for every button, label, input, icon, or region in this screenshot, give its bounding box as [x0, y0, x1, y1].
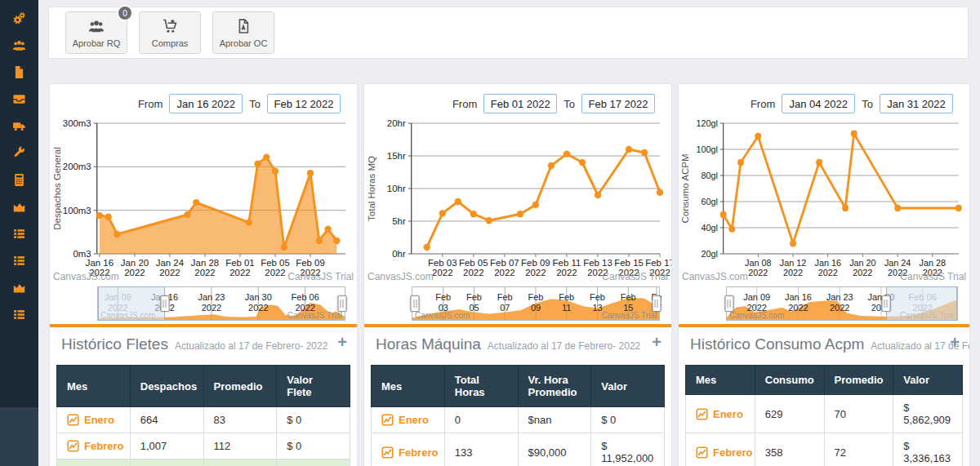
navigator-handle[interactable] [160, 295, 169, 312]
navigator-chart [412, 287, 659, 320]
month-link[interactable]: Enero [381, 414, 434, 426]
sidebar-item-users[interactable] [0, 32, 38, 59]
sidebar-item-chart-area-2[interactable] [0, 274, 38, 301]
navigator-handle[interactable] [652, 295, 661, 312]
navigator-mask [98, 286, 165, 321]
navigator-mask [886, 286, 957, 321]
svg-text:Jan 242022: Jan 242022 [156, 258, 185, 277]
date-range-controls: From To [679, 84, 969, 113]
updated-label: Actualizado al 17 de Febrero- 2022 [175, 340, 327, 352]
line-chart: 0m3100m3200m3300m3Jan 162022Jan 202022Ja… [50, 115, 357, 285]
svg-text:Jan 282022: Jan 282022 [920, 258, 946, 277]
users-icon [12, 38, 26, 52]
from-date-input[interactable] [483, 94, 557, 113]
sidebar-item-list-3[interactable] [0, 301, 38, 328]
expand-icon[interactable]: + [950, 334, 960, 350]
month-cell: Enero [686, 395, 755, 433]
column-header: Mes [57, 366, 131, 407]
sidebar-item-tools[interactable] [0, 140, 38, 166]
value-cell: 1,007 [130, 433, 203, 459]
sidebar-item-file[interactable] [0, 59, 38, 86]
expand-icon[interactable]: + [652, 334, 662, 350]
svg-text:15hr: 15hr [387, 151, 406, 161]
month-link[interactable]: Febrero [696, 446, 745, 459]
svg-text:80gl: 80gl [702, 171, 718, 180]
svg-text:120gl: 120gl [697, 118, 718, 128]
to-label: To [564, 98, 575, 110]
header-row: MesDespachosPromedioValor Flete [57, 366, 350, 407]
svg-text:Jan 082022: Jan 082022 [745, 258, 771, 277]
chart-line-icon [67, 414, 79, 426]
navigator-handle[interactable] [724, 295, 733, 312]
sidebar-item-cogs[interactable] [0, 5, 38, 32]
sidebar-item-truck[interactable] [0, 113, 38, 140]
panel-title: Horas Máquina [376, 335, 481, 353]
svg-text:Feb 092022: Feb 092022 [296, 258, 325, 277]
month-link[interactable]: Enero [67, 414, 120, 426]
header-row: MesTotal HorasVr. Hora PromedioValor [372, 366, 665, 407]
chart-line-icon [381, 446, 394, 459]
sidebar-item-list[interactable] [0, 220, 38, 247]
to-label: To [249, 98, 261, 110]
value-cell: $ 0 [277, 433, 350, 459]
column-header: Total Horas [444, 366, 518, 407]
month-link[interactable]: Febrero [67, 440, 120, 452]
svg-text:Feb 112022: Feb 112022 [553, 258, 581, 277]
value-cell: 83 [203, 407, 277, 433]
svg-text:20hr: 20hr [387, 118, 406, 128]
navigator-handle[interactable] [881, 295, 890, 312]
sidebar-item-list-2[interactable] [0, 247, 38, 274]
from-date-input[interactable] [169, 94, 243, 113]
expand-icon[interactable]: + [337, 334, 347, 350]
from-date-input[interactable] [782, 94, 855, 113]
month-cell: Enero [372, 407, 445, 433]
button-label: Aprobar OC [220, 38, 268, 48]
to-date-input[interactable] [581, 94, 655, 113]
column-header: Valor [893, 366, 963, 395]
cart-plus-icon [162, 18, 178, 36]
to-date-input[interactable] [880, 94, 953, 113]
table-row: Febrero35872$ 3,336,163 [686, 433, 963, 466]
sidebar-item-chart-area[interactable] [0, 193, 38, 220]
total-cell: $ 0 [277, 459, 350, 466]
column-header: Valor Flete [277, 366, 350, 407]
list-icon [12, 254, 26, 268]
navigator-handle[interactable] [411, 295, 420, 312]
panel-header: Histórico Consumo Acpm Actualizado al 17… [679, 327, 969, 360]
sidebar-item-inbox[interactable] [0, 86, 38, 113]
value-cell: 133 [444, 433, 518, 466]
month-link[interactable]: Enero [696, 408, 745, 420]
users-icon [88, 18, 105, 34]
sidebar-item-calculator[interactable] [0, 166, 38, 193]
month-link[interactable]: Febrero [381, 446, 434, 459]
navigator-handle[interactable] [337, 295, 346, 312]
value-cell: 629 [755, 395, 824, 433]
compras-button[interactable]: Compras [139, 11, 201, 54]
table-row: Enero66483$ 0 [57, 407, 350, 433]
month-label: Febrero [399, 446, 438, 459]
list-icon [12, 227, 26, 241]
quick-actions-toolbar: 0 Aprobar RQ Compras Aprobar OC [48, 7, 969, 59]
column-header: Valor [591, 366, 665, 407]
aprobar-oc-button[interactable]: Aprobar OC [212, 11, 274, 54]
aprobar-rq-button[interactable]: 0 Aprobar RQ [65, 11, 127, 54]
svg-text:5hr: 5hr [392, 216, 406, 226]
range-navigator[interactable]: CanvasJS.com CanvasJS Trial Jan 092022Ja… [97, 286, 345, 321]
svg-text:40gl: 40gl [702, 223, 718, 233]
range-navigator[interactable]: CanvasJS.com CanvasJS Trial Feb03Feb05Fe… [412, 286, 660, 321]
month-cell: Febrero [372, 433, 445, 466]
to-date-input[interactable] [267, 94, 341, 113]
table-row: Enero0$nan$ 0 [372, 407, 665, 433]
truck-icon [12, 119, 26, 133]
month-label: Febrero [84, 440, 123, 452]
svg-text:Feb 092022: Feb 092022 [521, 258, 550, 277]
header-row: MesConsumoPromedioValor [686, 366, 963, 395]
column-header: Promedio [824, 366, 893, 395]
chart-area: 0m3100m3200m3300m3Jan 162022Jan 202022Ja… [50, 115, 357, 285]
svg-text:Feb 052022: Feb 052022 [261, 258, 290, 277]
file-pdf-icon [235, 18, 252, 34]
pending-count-badge: 0 [117, 5, 133, 21]
value-cell: $ 5,862,909 [893, 395, 963, 433]
svg-text:100gl: 100gl [697, 144, 718, 154]
range-navigator[interactable]: CanvasJS.com CanvasJS Trial Jan 092022Ja… [726, 286, 958, 321]
